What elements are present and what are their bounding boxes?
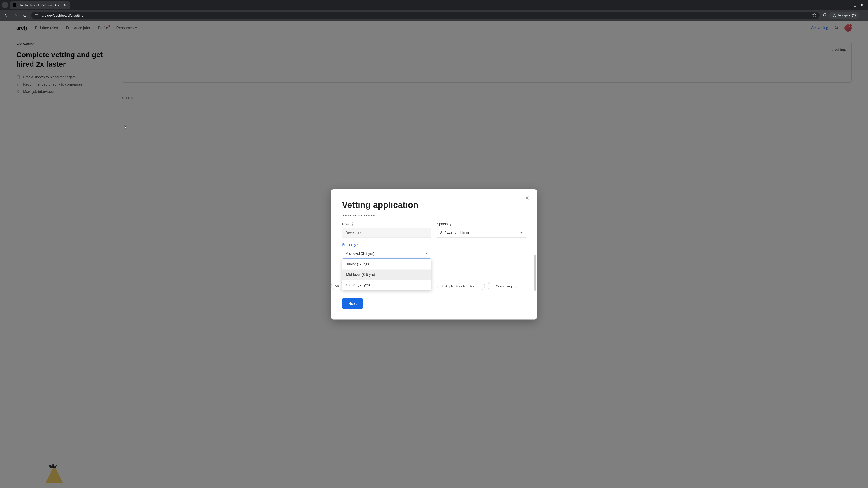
forward-button[interactable] bbox=[12, 12, 19, 19]
seniority-option-mid[interactable]: Mid-level (3-5 yrs) bbox=[342, 269, 431, 280]
tab-favicon bbox=[13, 3, 16, 7]
skill-chip[interactable]: va bbox=[331, 282, 343, 290]
plus-icon: + bbox=[441, 284, 443, 288]
seniority-dropdown: Junior (1-3 yrs) Mid-level (3-5 yrs) Sen… bbox=[342, 259, 431, 290]
seniority-option-junior[interactable]: Junior (1-3 yrs) bbox=[342, 259, 431, 269]
browser-tab[interactable]: Hire Top Remote Software Dev... ✕ bbox=[10, 1, 70, 8]
tab-bar: Hire Top Remote Software Dev... ✕ + — ▢ … bbox=[0, 0, 868, 10]
seniority-select[interactable]: Mid-level (3-5 yrs) bbox=[342, 249, 431, 259]
minimize-button[interactable]: — bbox=[846, 3, 849, 7]
specialty-select[interactable]: Software architect bbox=[437, 228, 526, 238]
address-bar[interactable]: arc.dev/dashboard/d/vetting bbox=[31, 11, 819, 19]
extensions-icon[interactable] bbox=[823, 13, 827, 18]
close-icon[interactable]: ✕ bbox=[525, 195, 530, 202]
role-field: Developer bbox=[342, 228, 431, 238]
role-label: Role ? bbox=[342, 222, 431, 226]
maximize-button[interactable]: ▢ bbox=[853, 3, 856, 7]
specialty-label: Specialty * bbox=[437, 222, 526, 226]
svg-point-4 bbox=[863, 13, 864, 14]
close-window-button[interactable]: ✕ bbox=[861, 3, 864, 7]
svg-point-5 bbox=[863, 15, 864, 15]
scrollbar[interactable] bbox=[534, 254, 536, 291]
chevron-up-icon bbox=[426, 253, 428, 254]
next-button[interactable]: Next bbox=[342, 298, 363, 309]
chevron-down-icon bbox=[520, 232, 523, 233]
info-icon[interactable]: ? bbox=[351, 222, 354, 226]
incognito-icon bbox=[832, 13, 836, 18]
seniority-option-senior[interactable]: Senior (5+ yrs) bbox=[342, 280, 431, 290]
svg-point-2 bbox=[35, 14, 36, 15]
page-content: arc() Full-time roles Freelance jobs Pro… bbox=[0, 21, 868, 488]
svg-point-6 bbox=[863, 16, 864, 17]
browser-toolbar: arc.dev/dashboard/d/vetting Incognito (2… bbox=[0, 10, 868, 21]
incognito-badge[interactable]: Incognito (2) bbox=[829, 12, 859, 19]
tab-title: Hire Top Remote Software Dev... bbox=[19, 3, 61, 7]
vetting-modal: ✕ Vetting application Your experience Ro… bbox=[331, 189, 537, 320]
back-button[interactable] bbox=[3, 12, 9, 19]
browser-chrome: Hire Top Remote Software Dev... ✕ + — ▢ … bbox=[0, 0, 868, 21]
tab-search-button[interactable] bbox=[2, 2, 8, 8]
menu-icon[interactable] bbox=[861, 13, 865, 18]
window-controls: — ▢ ✕ bbox=[846, 3, 866, 7]
svg-point-3 bbox=[37, 15, 38, 17]
bookmark-icon[interactable] bbox=[812, 13, 816, 18]
skill-chip[interactable]: +Application Architecture bbox=[437, 282, 485, 290]
tab-close-button[interactable]: ✕ bbox=[64, 3, 67, 7]
skill-chip[interactable]: +Consulting bbox=[488, 282, 516, 290]
modal-title: Vetting application bbox=[342, 200, 526, 210]
seniority-label: Seniority * bbox=[342, 243, 431, 247]
site-info-icon[interactable] bbox=[34, 13, 39, 18]
reload-button[interactable] bbox=[22, 12, 28, 19]
plus-icon: + bbox=[492, 284, 494, 288]
url-text: arc.dev/dashboard/d/vetting bbox=[41, 13, 810, 18]
section-heading: Your experience bbox=[342, 215, 526, 218]
new-tab-button[interactable]: + bbox=[72, 2, 78, 8]
